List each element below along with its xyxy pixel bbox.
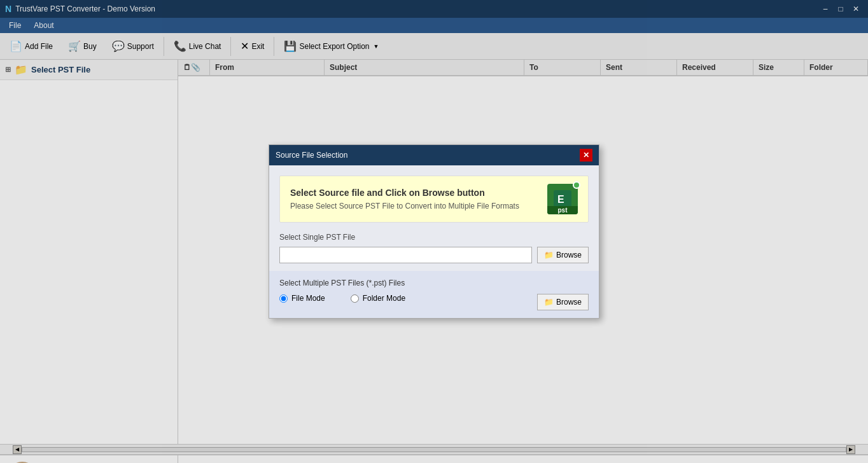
browse-label-2: Browse — [556, 298, 582, 307]
info-text: Select Source file and Click on Browse b… — [290, 188, 537, 211]
single-pst-row: 📁 Browse — [279, 247, 589, 263]
browse-icon-1: 📁 — [544, 251, 554, 259]
source-file-dialog: Source File Selection ✕ Select Source fi… — [269, 144, 599, 319]
file-mode-option[interactable]: File Mode — [279, 294, 325, 303]
file-path-input[interactable] — [279, 247, 532, 263]
pst-label: pst — [547, 206, 578, 214]
browse-label-1: Browse — [556, 251, 582, 259]
browse-button-1[interactable]: 📁 Browse — [537, 247, 589, 263]
pst-status-dot — [573, 181, 580, 189]
excel-svg: E — [554, 190, 571, 208]
dialog-overlay: Source File Selection ✕ Select Source fi… — [0, 0, 868, 463]
pst-icon-container: E pst — [547, 184, 578, 214]
dialog-body: Select Source file and Click on Browse b… — [269, 165, 599, 318]
multiple-pst-section: Select Multiple PST Files (*.pst) Files … — [269, 271, 599, 318]
info-title: Select Source file and Click on Browse b… — [290, 188, 537, 198]
folder-mode-label: Folder Mode — [363, 294, 405, 303]
folder-mode-option[interactable]: Folder Mode — [351, 294, 405, 303]
browse-button-2[interactable]: 📁 Browse — [537, 294, 589, 310]
single-pst-label: Select Single PST File — [279, 233, 589, 242]
browse-icon-2: 📁 — [544, 298, 554, 307]
svg-text:E: E — [557, 194, 564, 205]
file-mode-radio[interactable] — [279, 294, 288, 303]
info-banner: Select Source file and Click on Browse b… — [279, 176, 589, 223]
pst-icon: E pst — [547, 184, 578, 214]
dialog-close-button[interactable]: ✕ — [580, 149, 592, 162]
info-subtitle: Please Select Source PST File to Convert… — [290, 202, 537, 211]
file-mode-label: File Mode — [291, 294, 325, 303]
dialog-titlebar: Source File Selection ✕ — [269, 145, 599, 165]
radio-group: File Mode Folder Mode — [279, 294, 405, 303]
folder-mode-radio[interactable] — [351, 294, 359, 303]
multiple-pst-title: Select Multiple PST Files (*.pst) Files — [279, 279, 589, 287]
dialog-title: Source File Selection — [276, 151, 347, 160]
